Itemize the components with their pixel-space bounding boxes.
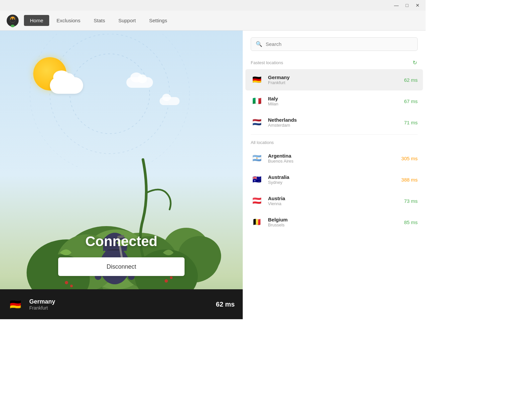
location-info: Australia Sydney <box>268 174 396 185</box>
location-info: Austria Vienna <box>268 196 399 206</box>
close-button[interactable]: ✕ <box>412 1 423 10</box>
status-info: Germany Frankfurt <box>29 298 209 311</box>
location-ping: 71 ms <box>404 120 418 125</box>
location-item-italy[interactable]: 🇮🇹 Italy Milan 67 ms <box>245 90 423 112</box>
status-bar: 🇩🇪 Germany Frankfurt 62 ms <box>0 289 243 319</box>
location-info: Italy Milan <box>268 96 399 106</box>
svg-point-4 <box>11 18 12 20</box>
location-city: Amsterdam <box>268 123 399 128</box>
disconnect-button[interactable]: Disconnect <box>58 257 185 276</box>
location-item-argentina[interactable]: 🇦🇷 Argentina Buenos Aires 305 ms <box>245 148 423 169</box>
flag-argentina: 🇦🇷 <box>251 152 263 164</box>
location-info: Netherlands Amsterdam <box>268 117 399 128</box>
location-ping: 73 ms <box>404 198 418 204</box>
location-country: Australia <box>268 174 396 180</box>
search-box: 🔍 <box>251 37 418 51</box>
location-item-austria[interactable]: 🇦🇹 Austria Vienna 73 ms <box>245 190 423 211</box>
location-ping: 62 ms <box>404 77 418 83</box>
search-icon: 🔍 <box>256 41 262 47</box>
nav-items: HomeExclusionsStatsSupportSettings <box>24 15 173 26</box>
location-info: Germany Frankfurt <box>268 74 399 85</box>
svg-point-34 <box>170 276 173 279</box>
title-bar: — □ ✕ <box>0 0 426 11</box>
location-item-belgium[interactable]: 🇧🇪 Belgium Brussels 85 ms <box>245 211 423 233</box>
refresh-button[interactable]: ↻ <box>412 59 418 66</box>
location-country: Netherlands <box>268 117 399 123</box>
location-ping: 67 ms <box>404 98 418 104</box>
location-city: Buenos Aires <box>268 159 396 164</box>
location-info: Belgium Brussels <box>268 217 399 227</box>
nav-item-home[interactable]: Home <box>24 15 49 26</box>
location-city: Brussels <box>268 222 399 227</box>
nav-bar: HomeExclusionsStatsSupportSettings <box>0 11 426 31</box>
fastest-locations-list: 🇩🇪 Germany Frankfurt 62 ms 🇮🇹 Italy Mila… <box>245 69 423 133</box>
cloud-2 <box>160 97 180 105</box>
all-locations-list: 🇦🇷 Argentina Buenos Aires 305 ms 🇦🇺 Aust… <box>245 148 423 233</box>
svg-rect-3 <box>10 20 15 21</box>
right-panel: 🔍 Fastest locations ↻ 🇩🇪 Germany Frankfu… <box>243 31 426 319</box>
search-container: 🔍 <box>243 31 426 55</box>
sun-cloud <box>50 77 83 94</box>
nav-item-support[interactable]: Support <box>112 15 142 26</box>
location-item-netherlands[interactable]: 🇳🇱 Netherlands Amsterdam 71 ms <box>245 112 423 133</box>
nav-item-settings[interactable]: Settings <box>143 15 173 26</box>
svg-point-7 <box>70 54 150 134</box>
location-city: Milan <box>268 101 399 106</box>
location-country: Austria <box>268 196 399 201</box>
connected-label: Connected <box>0 233 243 249</box>
left-panel: Connected Disconnect 🇩🇪 Germany Frankfur… <box>0 31 243 319</box>
cloud-2-puff <box>162 94 171 101</box>
flag-austria: 🇦🇹 <box>251 195 263 207</box>
nav-item-exclusions[interactable]: Exclusions <box>51 15 86 26</box>
flag-germany: 🇩🇪 <box>251 74 263 86</box>
all-section-title: All locations <box>251 140 274 145</box>
flag-netherlands: 🇳🇱 <box>251 116 263 128</box>
search-input[interactable] <box>266 41 413 47</box>
maximize-button[interactable]: □ <box>402 1 412 10</box>
location-country: Italy <box>268 96 399 101</box>
location-ping: 305 ms <box>401 156 418 161</box>
all-section-header: All locations <box>245 136 423 148</box>
location-ping: 85 ms <box>404 219 418 225</box>
minimize-button[interactable]: — <box>391 1 402 10</box>
location-city: Frankfurt <box>268 80 399 85</box>
nav-item-stats[interactable]: Stats <box>88 15 111 26</box>
location-country: Argentina <box>268 153 396 159</box>
location-ping: 388 ms <box>401 177 418 183</box>
svg-point-31 <box>65 281 68 284</box>
location-country: Belgium <box>268 217 399 222</box>
svg-point-32 <box>70 285 73 287</box>
status-country: Germany <box>29 298 209 305</box>
flag-belgium: 🇧🇪 <box>251 216 263 228</box>
status-flag: 🇩🇪 <box>8 297 23 312</box>
location-country: Germany <box>268 74 399 80</box>
location-item-australia[interactable]: 🇦🇺 Australia Sydney 388 ms <box>245 169 423 190</box>
cloud-1-puff2 <box>138 74 147 83</box>
location-info: Argentina Buenos Aires <box>268 153 396 164</box>
svg-point-33 <box>165 279 168 283</box>
fastest-section-header: Fastest locations ↻ <box>245 55 423 69</box>
location-list[interactable]: Fastest locations ↻ 🇩🇪 Germany Frankfurt… <box>243 55 426 319</box>
status-city: Frankfurt <box>29 305 209 311</box>
sun-illustration <box>33 57 76 94</box>
status-ping: 62 ms <box>216 301 235 308</box>
flag-italy: 🇮🇹 <box>251 95 263 107</box>
logo-icon <box>6 14 19 27</box>
app-logo <box>5 13 20 28</box>
cloud-1 <box>126 77 153 88</box>
location-city: Vienna <box>268 201 399 206</box>
flag-australia: 🇦🇺 <box>251 174 263 186</box>
location-city: Sydney <box>268 180 396 185</box>
location-item-germany[interactable]: 🇩🇪 Germany Frankfurt 62 ms <box>245 69 423 90</box>
fastest-section-title: Fastest locations <box>251 60 283 65</box>
list-divider <box>251 134 418 135</box>
svg-point-5 <box>13 18 14 20</box>
